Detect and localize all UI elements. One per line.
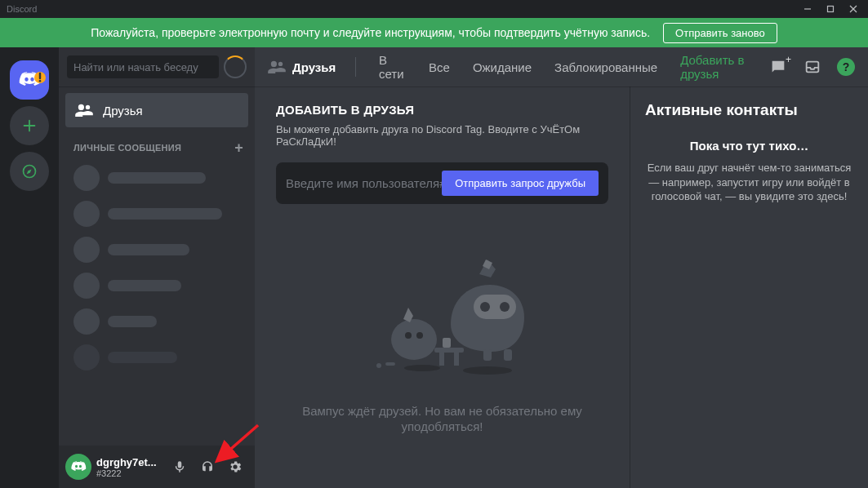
- new-group-dm-button[interactable]: +: [768, 57, 788, 77]
- notification-badge-icon: [33, 70, 47, 85]
- create-dm-button[interactable]: +: [234, 140, 243, 155]
- add-friend-title: ДОБАВИТЬ В ДРУЗЬЯ: [276, 103, 608, 117]
- maximize-button[interactable]: [819, 0, 842, 18]
- discord-logo-icon: [70, 461, 87, 472]
- now-playing-column: Активные контакты Пока что тут тихо… Есл…: [630, 87, 868, 488]
- dm-placeholder-item: [65, 268, 248, 303]
- friends-topbar: Друзья В сети Все Ожидание Заблокированн…: [255, 47, 868, 87]
- minimize-button[interactable]: [796, 0, 819, 18]
- svg-rect-19: [439, 353, 444, 366]
- plus-icon: [20, 117, 38, 135]
- friends-nav-button[interactable]: Друзья: [65, 93, 248, 127]
- page-title: Друзья: [292, 60, 336, 74]
- add-friend-input[interactable]: [286, 176, 442, 190]
- dm-placeholder-item: [65, 161, 248, 195]
- empty-state-illustration: [320, 242, 565, 380]
- tab-online[interactable]: В сети: [376, 51, 409, 82]
- svg-rect-20: [454, 353, 459, 366]
- window-controls: [796, 0, 865, 18]
- user-panel: dgrghy7et... #3222: [59, 446, 255, 488]
- svg-point-22: [376, 363, 381, 368]
- tab-all[interactable]: Все: [425, 59, 453, 76]
- svg-rect-21: [443, 338, 451, 348]
- deafen-button[interactable]: [194, 454, 220, 480]
- server-sidebar: [0, 18, 59, 488]
- explore-servers-button[interactable]: [10, 152, 49, 191]
- loading-spinner-icon: [224, 55, 247, 78]
- inbox-button[interactable]: [803, 57, 822, 77]
- search-input[interactable]: [67, 55, 219, 78]
- svg-point-12: [500, 302, 510, 312]
- dm-placeholder-item: [65, 304, 248, 339]
- username: dgrghy7et...: [96, 456, 162, 468]
- svg-rect-14: [504, 349, 512, 361]
- content-area: Пожалуйста, проверьте электронную почту …: [255, 18, 868, 488]
- now-playing-quiet-title: Пока что тут тихо…: [645, 139, 853, 153]
- now-playing-quiet-desc: Если ваш друг начнёт чем-то заниматься —…: [645, 161, 853, 204]
- svg-point-8: [404, 365, 440, 371]
- friends-nav-label: Друзья: [103, 104, 143, 118]
- settings-button[interactable]: [222, 454, 248, 480]
- dm-header-label: ЛИЧНЫЕ СООБЩЕНИЯ: [73, 143, 181, 153]
- banner-text: Пожалуйста, проверьте электронную почту …: [91, 26, 650, 39]
- svg-point-16: [405, 332, 412, 339]
- inbox-icon: [803, 58, 821, 76]
- user-tag: #3222: [96, 468, 162, 478]
- tab-add-friend[interactable]: Добавить в друзья: [677, 51, 762, 82]
- svg-rect-23: [385, 362, 395, 366]
- app-title: Discord: [7, 4, 37, 14]
- add-friend-panel: ДОБАВИТЬ В ДРУЗЬЯ Вы можете добавить дру…: [255, 87, 630, 488]
- message-icon: [769, 58, 787, 76]
- mute-button[interactable]: [167, 454, 193, 480]
- user-avatar[interactable]: [65, 454, 91, 480]
- svg-point-11: [480, 302, 490, 312]
- svg-point-9: [463, 366, 512, 375]
- send-friend-request-button[interactable]: Отправить запрос дружбы: [442, 171, 599, 196]
- svg-point-17: [416, 332, 423, 339]
- svg-rect-18: [434, 348, 464, 353]
- tab-blocked[interactable]: Заблокированные: [551, 59, 661, 76]
- empty-state-text: Вампус ждёт друзей. Но вам не обязательн…: [296, 403, 590, 435]
- dm-placeholder-item: [65, 340, 248, 375]
- friends-icon: [268, 60, 286, 74]
- headphones-icon: [200, 459, 215, 474]
- banner-resend-button[interactable]: Отправить заново: [663, 23, 777, 43]
- microphone-icon: [172, 459, 187, 474]
- dm-section-header: ЛИЧНЫЕ СООБЩЕНИЯ +: [59, 129, 255, 160]
- svg-point-15: [391, 319, 437, 360]
- svg-rect-13: [483, 349, 492, 361]
- now-playing-title: Активные контакты: [645, 101, 853, 119]
- compass-icon: [21, 163, 38, 180]
- svg-rect-1: [828, 7, 834, 12]
- tab-pending[interactable]: Ожидание: [470, 59, 535, 76]
- titlebar: Discord: [0, 0, 868, 18]
- close-button[interactable]: [842, 0, 865, 18]
- dm-placeholder-item: [65, 197, 248, 231]
- gear-icon: [228, 459, 243, 474]
- dm-placeholder-item: [65, 233, 248, 267]
- channel-sidebar: Друзья ЛИЧНЫЕ СООБЩЕНИЯ + dgrghy7et... #…: [59, 18, 255, 488]
- add-friend-subtitle: Вы можете добавить друга по Discord Tag.…: [276, 123, 608, 148]
- svg-point-6: [39, 80, 42, 82]
- svg-rect-10: [474, 295, 516, 319]
- add-server-button[interactable]: [10, 106, 49, 145]
- friends-icon: [75, 103, 93, 118]
- help-button[interactable]: ?: [837, 58, 855, 76]
